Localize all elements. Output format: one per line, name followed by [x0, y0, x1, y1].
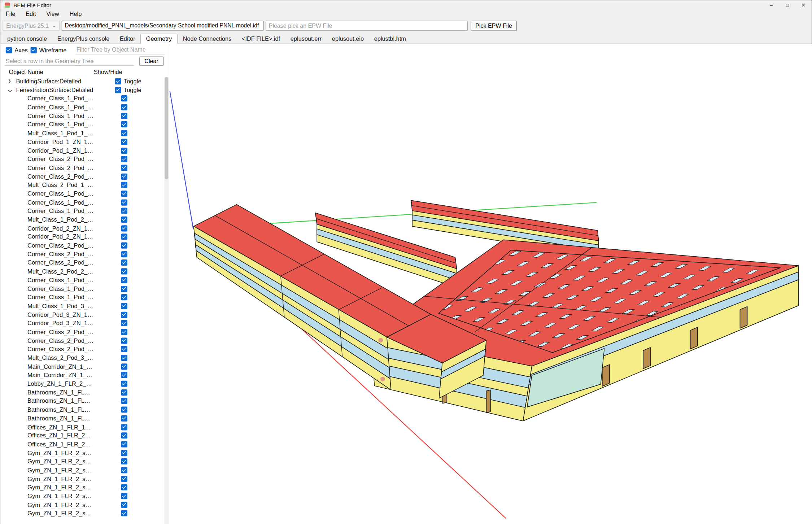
tree-group-buildingsurface[interactable]: ❯ BuildingSurface:Detailed Toggle: [0, 77, 164, 86]
checkbox-checked-icon[interactable]: [121, 346, 127, 352]
tab-eplusout-err[interactable]: eplusout.err: [285, 34, 327, 44]
filter-tree-input[interactable]: [75, 45, 165, 54]
menu-help[interactable]: Help: [64, 9, 87, 19]
checkbox-checked-icon[interactable]: [121, 415, 127, 422]
tree-row[interactable]: Mult_Class_1_Pod_1_…: [0, 129, 164, 137]
tree-row[interactable]: Mult_Class_2_Pod_1_…: [0, 181, 164, 189]
checkbox-checked-icon[interactable]: [121, 96, 127, 102]
checkbox-checked-icon[interactable]: [121, 303, 127, 309]
epw-file-input[interactable]: [266, 21, 468, 30]
checkbox-checked-icon[interactable]: [121, 407, 127, 413]
3d-viewport[interactable]: [169, 44, 812, 524]
menu-file[interactable]: File: [0, 9, 20, 19]
menu-edit[interactable]: Edit: [21, 9, 41, 19]
checkbox-checked-icon[interactable]: [121, 104, 127, 110]
tree-row[interactable]: Corner_Class_2_Pod_…: [0, 336, 164, 345]
tab-editor[interactable]: Editor: [115, 34, 140, 44]
axes-checkbox[interactable]: Axes: [6, 47, 28, 53]
checkbox-checked-icon[interactable]: [121, 165, 127, 171]
tree-row[interactable]: Bathrooms_ZN_1_FL…: [0, 406, 164, 414]
checkbox-checked-icon[interactable]: [121, 217, 127, 223]
tree-row[interactable]: Gym_ZN_1_FLR_2_s…: [0, 457, 164, 466]
idf-path-field[interactable]: Desktop/modified_PNNL_models/Secondary S…: [62, 21, 264, 30]
checkbox-checked-icon[interactable]: [121, 424, 127, 430]
tree-row[interactable]: Corner_Class_1_Pod_…: [0, 198, 164, 207]
tree-row[interactable]: Corner_Class_1_Pod_…: [0, 112, 164, 121]
maximize-button-icon[interactable]: □: [780, 0, 795, 9]
tree-row[interactable]: Gym_ZN_1_FLR_2_s…: [0, 483, 164, 492]
checkbox-checked-icon[interactable]: [121, 251, 127, 257]
checkbox-checked-icon[interactable]: [121, 432, 127, 438]
checkbox-checked-icon[interactable]: [121, 355, 127, 361]
tree-row[interactable]: Corridor_Pod_2_ZN_1…: [0, 224, 164, 233]
tree-row[interactable]: Corner_Class_1_Pod_…: [0, 121, 164, 129]
tree-row[interactable]: Gym_ZN_1_FLR_2_s…: [0, 475, 164, 483]
tree-row[interactable]: Corridor_Pod_3_ZN_1…: [0, 319, 164, 328]
tree-row[interactable]: Corner_Class_1_Pod_…: [0, 284, 164, 293]
checkbox-checked-icon[interactable]: [115, 87, 121, 93]
checkbox-checked-icon[interactable]: [121, 320, 127, 326]
checkbox-checked-icon[interactable]: [121, 458, 127, 464]
tree-row[interactable]: Main_Corridor_ZN_1_…: [0, 371, 164, 380]
checkbox-checked-icon[interactable]: [115, 78, 121, 84]
checkbox-checked-icon[interactable]: [121, 294, 127, 300]
tree-row[interactable]: Corner_Class_2_Pod_…: [0, 172, 164, 181]
tree-group-fenestrationsurface[interactable]: ❯ FenestrationSurface:Detailed Toggle: [0, 86, 164, 95]
chevron-right-icon[interactable]: ❯: [8, 77, 12, 86]
tree-row[interactable]: Lobby_ZN_1_FLR_2_…: [0, 380, 164, 388]
tree-row[interactable]: Bathrooms_ZN_1_FL…: [0, 397, 164, 406]
checkbox-checked-icon[interactable]: [121, 268, 127, 274]
tree-row[interactable]: Corner_Class_2_Pod_…: [0, 241, 164, 250]
tree-row[interactable]: Gym_ZN_1_FLR_2_s…: [0, 501, 164, 509]
close-button-icon[interactable]: ✕: [795, 0, 811, 9]
tree-row[interactable]: Corner_Class_2_Pod_…: [0, 163, 164, 172]
tree-row[interactable]: Offices_ZN_1_FLR_2…: [0, 432, 164, 440]
tree-row[interactable]: Offices_ZN_1_FLR_2…: [0, 440, 164, 449]
checkbox-checked-icon[interactable]: [121, 285, 127, 292]
checkbox-checked-icon[interactable]: [121, 243, 127, 249]
tree-row[interactable]: Corner_Class_1_Pod_…: [0, 276, 164, 285]
tree-row[interactable]: Corner_Class_1_Pod_…: [0, 103, 164, 112]
checkbox-checked-icon[interactable]: [121, 467, 127, 473]
tab-eplusout-eio[interactable]: eplusout.eio: [327, 34, 369, 44]
checkbox-checked-icon[interactable]: [121, 398, 127, 404]
tree-row[interactable]: Gym_ZN_1_FLR_2_s…: [0, 509, 164, 518]
checkbox-checked-icon[interactable]: [121, 372, 127, 378]
checkbox-checked-icon[interactable]: [121, 182, 127, 188]
tree-row[interactable]: Gym_ZN_1_FLR_2_s…: [0, 466, 164, 475]
tree-row[interactable]: Corridor_Pod_3_ZN_1…: [0, 310, 164, 319]
tree-row[interactable]: Corner_Class_1_Pod_…: [0, 189, 164, 198]
tree-row[interactable]: Corner_Class_2_Pod_…: [0, 250, 164, 259]
checkbox-checked-icon[interactable]: [121, 147, 127, 153]
energyplus-version-select[interactable]: EnergyPlus 25.1 ⌄: [3, 21, 60, 30]
tree-row[interactable]: Gym_ZN_1_FLR_2_s…: [0, 492, 164, 501]
tree-row[interactable]: Corner_Class_2_Pod_…: [0, 345, 164, 354]
tree-row[interactable]: Mult_Class_1_Pod_3_…: [0, 302, 164, 310]
menu-view[interactable]: View: [41, 9, 64, 19]
pick-epw-button[interactable]: Pick EPW File: [471, 21, 517, 30]
minimize-button-icon[interactable]: –: [763, 0, 779, 9]
checkbox-checked-icon[interactable]: [121, 260, 127, 266]
checkbox-checked-icon[interactable]: [121, 510, 127, 516]
tree-row[interactable]: Corner_Class_2_Pod_…: [0, 259, 164, 267]
tree-row[interactable]: Mult_Class_2_Pod_3_…: [0, 354, 164, 362]
tree-row[interactable]: Corner_Class_1_Pod_…: [0, 95, 164, 103]
checkbox-checked-icon[interactable]: [121, 139, 127, 145]
tree-row[interactable]: Bathrooms_ZN_1_FL…: [0, 414, 164, 423]
checkbox-checked-icon[interactable]: [121, 502, 127, 508]
checkbox-checked-icon[interactable]: [121, 130, 127, 136]
checkbox-checked-icon[interactable]: [121, 311, 127, 318]
tree-row[interactable]: Corridor_Pod_1_ZN_1…: [0, 137, 164, 146]
checkbox-checked-icon[interactable]: [121, 484, 127, 490]
checkbox-checked-icon[interactable]: [121, 113, 127, 119]
tree-scrollbar[interactable]: [164, 77, 169, 524]
checkbox-checked-icon[interactable]: [121, 199, 127, 205]
tree-row[interactable]: Gym_ZN_1_FLR_2_s…: [0, 449, 164, 457]
tree-row[interactable]: Corner_Class_1_Pod_…: [0, 293, 164, 302]
checkbox-checked-icon[interactable]: [121, 156, 127, 162]
checkbox-checked-icon[interactable]: [121, 225, 127, 231]
tree-row[interactable]: Offices_ZN_1_FLR_1…: [0, 423, 164, 432]
tree-row[interactable]: Bathrooms_ZN_1_FL…: [0, 388, 164, 397]
tree-row[interactable]: Corner_Class_1_Pod_…: [0, 207, 164, 215]
checkbox-checked-icon[interactable]: [121, 121, 127, 127]
